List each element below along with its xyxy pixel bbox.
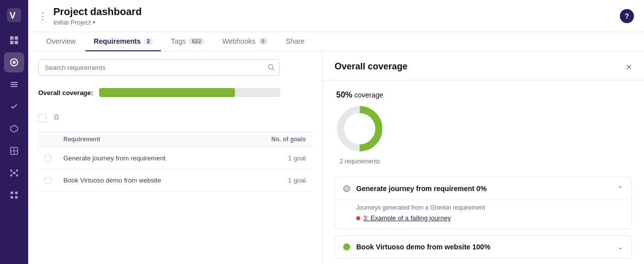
req-status-dot bbox=[343, 185, 350, 192]
help-button[interactable]: ? bbox=[620, 9, 634, 23]
row-requirement-name[interactable]: Book Virtuoso demo from website bbox=[57, 169, 238, 192]
svg-rect-25 bbox=[15, 192, 18, 194]
svg-line-21 bbox=[14, 170, 17, 173]
coverage-summary: 50% coverage 2 requirements bbox=[335, 91, 632, 165]
search-row bbox=[38, 59, 312, 76]
sidebar-item-list[interactable] bbox=[4, 74, 24, 95]
req-item-name: Book Virtuoso demo from website 100% bbox=[356, 243, 491, 251]
svg-line-29 bbox=[273, 68, 275, 70]
svg-rect-4 bbox=[10, 41, 14, 44]
coverage-bar-fill bbox=[99, 88, 235, 97]
search-input[interactable] bbox=[38, 59, 280, 76]
expand-collapse-icon[interactable]: ⌄ bbox=[617, 243, 623, 251]
page-title: Project dashboard bbox=[53, 6, 620, 18]
tab-overview-label: Overview bbox=[46, 37, 75, 45]
sidebar-item-requirements[interactable] bbox=[4, 52, 24, 72]
table-row[interactable]: Generate journey from requirement 1 goal bbox=[38, 147, 312, 169]
tab-tags-badge: 622 bbox=[189, 38, 204, 45]
project-name: Initial Project bbox=[53, 19, 91, 26]
svg-rect-5 bbox=[15, 41, 18, 44]
search-box bbox=[38, 59, 280, 76]
row-requirement-name[interactable]: Generate journey from requirement bbox=[57, 147, 238, 169]
req-item-name: Generate journey from requirement 0% bbox=[356, 185, 487, 193]
sidebar-item-widgets[interactable] bbox=[4, 185, 24, 205]
tab-webhooks[interactable]: Webhooks 0 bbox=[214, 32, 276, 51]
header-title-block: Project dashboard Initial Project ▾ bbox=[53, 6, 620, 26]
svg-line-20 bbox=[11, 170, 14, 173]
requirement-items-list: Generate journey from requirement 0% ⌃ J… bbox=[335, 177, 632, 258]
right-panel-header: Overall coverage × bbox=[323, 51, 644, 80]
expand-collapse-icon[interactable]: ⌃ bbox=[617, 185, 623, 193]
header-menu-icon[interactable]: ⋮ bbox=[38, 11, 47, 22]
row-goals: 1 goal bbox=[238, 169, 312, 192]
req-item-body: Journeys generated from a Gherkin requir… bbox=[335, 200, 631, 229]
delete-icon[interactable] bbox=[52, 113, 60, 123]
req-sub-label: Journeys generated from a Gherkin requir… bbox=[356, 204, 623, 211]
header: ⋮ Project dashboard Initial Project ▾ ? bbox=[28, 0, 644, 32]
tab-requirements[interactable]: Requirements 2 bbox=[86, 32, 160, 51]
bulk-action-row bbox=[38, 109, 312, 127]
svg-point-7 bbox=[13, 61, 16, 64]
donut-chart bbox=[335, 104, 385, 154]
svg-text:V: V bbox=[10, 11, 16, 21]
right-panel-body: 50% coverage 2 requirements bbox=[323, 80, 644, 264]
row-checkbox-cell bbox=[38, 169, 57, 192]
sidebar-item-dashboard[interactable] bbox=[4, 30, 24, 50]
svg-line-23 bbox=[14, 173, 17, 175]
tab-share-label: Share bbox=[286, 37, 304, 45]
req-status-dot bbox=[343, 243, 350, 250]
req-item-header[interactable]: Generate journey from requirement 0% ⌃ bbox=[335, 178, 631, 200]
svg-rect-3 bbox=[15, 36, 18, 40]
main-content: ⋮ Project dashboard Initial Project ▾ ? … bbox=[28, 0, 644, 264]
close-button[interactable]: × bbox=[626, 62, 632, 72]
svg-rect-27 bbox=[15, 196, 18, 199]
svg-line-22 bbox=[11, 173, 14, 175]
row-goals: 1 goal bbox=[238, 147, 312, 169]
svg-rect-26 bbox=[11, 196, 13, 199]
project-subtitle[interactable]: Initial Project ▾ bbox=[53, 19, 620, 26]
sidebar-logo[interactable]: V bbox=[5, 6, 23, 24]
select-all-checkbox[interactable] bbox=[38, 114, 46, 122]
sidebar-item-network[interactable] bbox=[4, 163, 24, 183]
coverage-percent-label: 50% coverage bbox=[336, 91, 383, 100]
req-item-left: Generate journey from requirement 0% bbox=[343, 185, 487, 193]
sub-item-link[interactable]: 3: Example of a failing journey bbox=[356, 214, 623, 222]
left-panel: Overall coverage: Re bbox=[28, 51, 322, 264]
sidebar-item-map[interactable] bbox=[4, 141, 24, 161]
coverage-label: Overall coverage: bbox=[38, 89, 93, 97]
coverage-row: Overall coverage: bbox=[38, 84, 312, 101]
tab-requirements-badge: 2 bbox=[144, 38, 153, 45]
sidebar: V bbox=[0, 0, 28, 264]
row-checkbox[interactable] bbox=[44, 177, 51, 184]
right-panel: Overall coverage × 50% coverage bbox=[322, 51, 644, 264]
col-requirement-header: Requirement bbox=[57, 132, 238, 147]
col-goals-header: No. of goals bbox=[238, 132, 312, 147]
search-icon[interactable] bbox=[268, 63, 275, 72]
requirements-table: Requirement No. of goals Generate journe… bbox=[38, 131, 312, 192]
tab-share[interactable]: Share bbox=[278, 32, 312, 51]
req-item: Book Virtuoso demo from website 100% ⌄ bbox=[335, 235, 632, 258]
row-checkbox[interactable] bbox=[44, 155, 51, 162]
tab-webhooks-badge: 0 bbox=[259, 38, 268, 45]
tab-requirements-label: Requirements bbox=[94, 37, 140, 45]
svg-rect-2 bbox=[10, 36, 14, 40]
tab-tags-label: Tags bbox=[171, 37, 186, 45]
sub-item-name: 3: Example of a failing journey bbox=[363, 214, 451, 222]
req-item: Generate journey from requirement 0% ⌃ J… bbox=[335, 177, 632, 229]
req-item-header[interactable]: Book Virtuoso demo from website 100% ⌄ bbox=[335, 236, 631, 258]
coverage-bar-container bbox=[99, 88, 280, 97]
table-row[interactable]: Book Virtuoso demo from website 1 goal bbox=[38, 169, 312, 192]
tab-bar: Overview Requirements 2 Tags 622 Webhook… bbox=[28, 32, 644, 51]
svg-marker-11 bbox=[11, 125, 18, 132]
tab-overview[interactable]: Overview bbox=[38, 32, 84, 51]
sidebar-item-tasks[interactable] bbox=[4, 97, 24, 117]
sidebar-item-code[interactable] bbox=[4, 119, 24, 139]
sub-item-status-dot bbox=[356, 216, 360, 220]
chevron-down-icon: ▾ bbox=[93, 19, 96, 26]
tab-webhooks-label: Webhooks bbox=[222, 37, 256, 45]
col-checkbox bbox=[38, 132, 57, 147]
content-area: Overall coverage: Re bbox=[28, 51, 644, 264]
tab-tags[interactable]: Tags 622 bbox=[163, 32, 212, 51]
req-count-label: 2 requirements bbox=[340, 158, 380, 165]
row-checkbox-cell bbox=[38, 147, 57, 169]
